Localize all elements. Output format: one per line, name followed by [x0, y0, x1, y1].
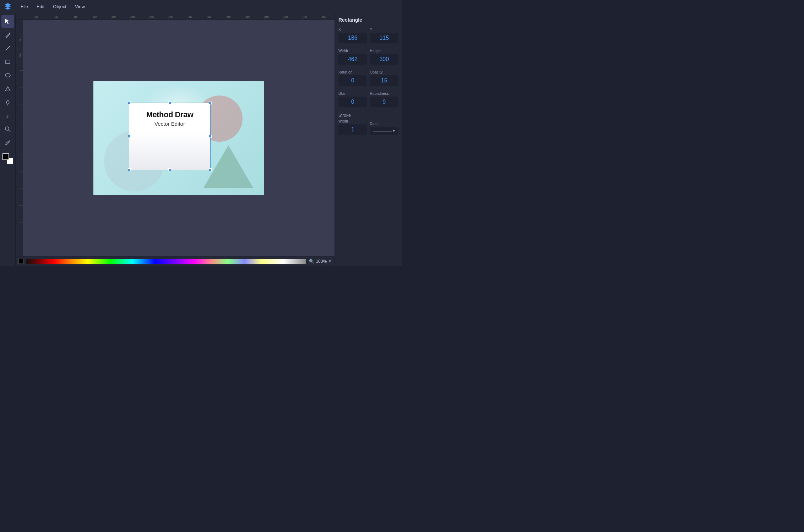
height-group: Height 300 — [370, 49, 399, 65]
zoom-control[interactable]: 🔍 100% ▼ — [309, 259, 332, 264]
menu-view[interactable]: View — [71, 2, 88, 11]
zoom-icon: 🔍 — [309, 259, 314, 264]
ruler-left: 50 100 — [16, 20, 23, 256]
x-input[interactable]: 186 — [338, 33, 367, 43]
svg-text:700: 700 — [284, 16, 288, 18]
opacity-label: Opacity — [370, 70, 399, 74]
menu-file[interactable]: File — [17, 2, 32, 11]
handle-bottom-right[interactable] — [209, 168, 212, 171]
canvas-title-line1: Method Draw — [146, 110, 194, 119]
svg-text:150: 150 — [74, 16, 77, 18]
roundness-group: Roundness 9 — [370, 92, 399, 107]
stroke-dash-label: Dash — [370, 122, 399, 126]
svg-text:250: 250 — [112, 16, 116, 18]
svg-line-1 — [6, 46, 10, 50]
fg-color-swatch[interactable] — [18, 259, 23, 264]
stroke-row: Width 1 Dash ▼ — [338, 119, 398, 135]
stroke-width-label: Width — [338, 119, 367, 123]
line-tool[interactable] — [1, 42, 14, 55]
rectangle-tool[interactable] — [1, 55, 14, 68]
stroke-width-group: Width 1 — [338, 119, 367, 135]
color-palette[interactable] — [26, 259, 306, 264]
color-selector[interactable] — [2, 153, 13, 164]
svg-text:400: 400 — [169, 16, 173, 18]
svg-text:550: 550 — [227, 16, 230, 18]
rotation-input[interactable]: 0 — [338, 75, 367, 86]
text-tool[interactable]: T — [1, 109, 14, 122]
roundness-label: Roundness — [370, 92, 399, 96]
svg-text:650: 650 — [265, 16, 269, 18]
zoom-tool[interactable] — [1, 123, 14, 136]
zoom-value: 100% — [316, 259, 327, 264]
opacity-input[interactable]: 15 — [370, 75, 399, 86]
width-label: Width — [338, 49, 367, 53]
select-tool[interactable] — [1, 15, 14, 28]
blur-input[interactable]: 0 — [338, 97, 367, 107]
ruler-top: 50 100 150 200 250 300 350 400 450 500 5… — [16, 13, 335, 20]
svg-text:100: 100 — [19, 54, 21, 58]
svg-marker-0 — [5, 19, 10, 24]
svg-text:450: 450 — [189, 16, 192, 18]
svg-point-3 — [5, 74, 10, 77]
eyedropper-tool[interactable] — [1, 136, 14, 149]
menu-edit[interactable]: Edit — [33, 2, 48, 11]
handle-middle-right[interactable] — [209, 135, 212, 138]
width-input[interactable]: 462 — [338, 54, 367, 65]
opacity-group: Opacity 15 — [370, 70, 399, 86]
xy-row: X 186 Y 115 — [338, 28, 398, 43]
zoom-dropdown-arrow[interactable]: ▼ — [328, 259, 332, 263]
canvas-viewport[interactable]: Method Draw Vector Editor — [23, 20, 335, 256]
handle-bottom-center[interactable] — [168, 168, 171, 171]
y-label: Y — [370, 28, 399, 32]
blur-roundness-row: Blur 0 Roundness 9 — [338, 92, 398, 107]
rotation-group: Rotation 0 — [338, 70, 367, 86]
canvas-title-line2: Vector Editor — [154, 121, 185, 127]
drawing-canvas[interactable]: Method Draw Vector Editor — [93, 81, 264, 195]
pen-tool[interactable] — [1, 96, 14, 109]
stroke-dash-group: Dash ▼ — [370, 122, 399, 135]
svg-point-7 — [5, 127, 9, 130]
triangle-tool[interactable] — [1, 82, 14, 95]
ellipse-tool[interactable] — [1, 69, 14, 82]
rotation-opacity-row: Rotation 0 Opacity 15 — [338, 70, 398, 86]
stroke-dash-select[interactable]: ▼ — [370, 127, 399, 135]
stroke-section: Stroke Width 1 Dash ▼ — [338, 113, 398, 135]
stroke-label: Stroke — [338, 113, 398, 118]
svg-rect-2 — [6, 60, 10, 64]
selected-rectangle[interactable]: Method Draw Vector Editor — [129, 103, 211, 170]
svg-line-9 — [8, 142, 9, 142]
bottom-bar: 🔍 100% ▼ — [16, 256, 335, 266]
app-logo[interactable] — [3, 1, 13, 11]
handle-top-left[interactable] — [128, 102, 131, 104]
svg-text:350: 350 — [150, 16, 154, 18]
panel-title: Rectangle — [338, 17, 398, 23]
handle-middle-left[interactable] — [128, 135, 131, 138]
svg-text:500: 500 — [208, 16, 212, 18]
width-group: Width 462 — [338, 49, 367, 65]
svg-text:600: 600 — [246, 16, 250, 18]
handle-bottom-left[interactable] — [128, 168, 131, 171]
menu-object[interactable]: Object — [49, 2, 70, 11]
menubar: File Edit Object View — [0, 0, 402, 13]
dash-dropdown-arrow: ▼ — [392, 129, 396, 133]
handle-top-center[interactable] — [168, 102, 171, 104]
dash-line-preview — [373, 131, 392, 131]
y-group: Y 115 — [370, 28, 399, 43]
wh-row: Width 462 Height 300 — [338, 49, 398, 65]
teal-triangle[interactable] — [203, 145, 253, 188]
foreground-color[interactable] — [2, 153, 9, 160]
svg-text:50: 50 — [19, 38, 21, 41]
toolbar: T — [0, 13, 16, 266]
handle-top-right[interactable] — [209, 102, 212, 104]
y-input[interactable]: 115 — [370, 33, 399, 43]
main-layout: T — [0, 13, 402, 266]
svg-text:100: 100 — [55, 16, 59, 18]
svg-text:750: 750 — [303, 16, 307, 18]
blur-group: Blur 0 — [338, 92, 367, 107]
pencil-tool[interactable] — [1, 28, 14, 41]
roundness-input[interactable]: 9 — [370, 97, 399, 107]
height-input[interactable]: 300 — [370, 54, 399, 65]
blur-label: Blur — [338, 92, 367, 96]
height-label: Height — [370, 49, 399, 53]
stroke-width-input[interactable]: 1 — [338, 124, 367, 135]
